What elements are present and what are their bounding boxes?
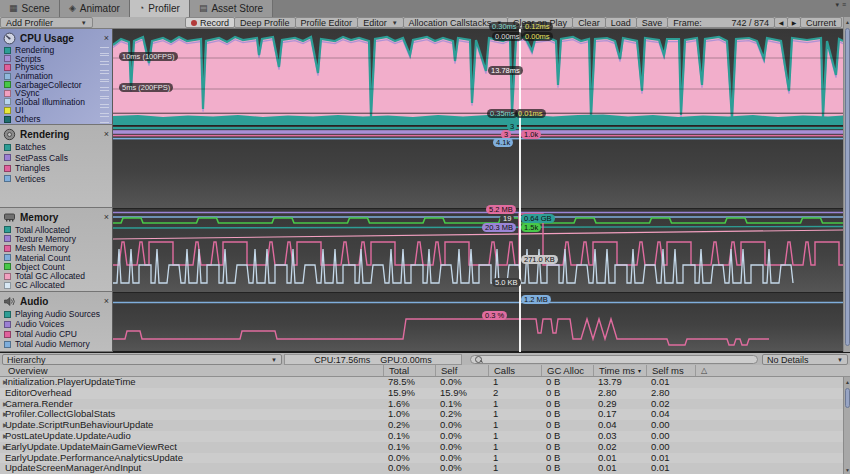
search-field[interactable]: [470, 355, 758, 364]
column-total[interactable]: Total: [383, 365, 435, 376]
editor-dropdown[interactable]: Editor ▼: [357, 17, 403, 28]
table-row[interactable]: EditorOverhead 15.9%15.9%20 B2.802.80: [0, 388, 850, 399]
table-scrollbar[interactable]: ▲ ▼: [843, 377, 850, 474]
chevron-down-icon: ▼: [392, 20, 398, 26]
table-row[interactable]: ▶Camera.Render 1.6%0.1%10 B0.290.02: [0, 399, 850, 410]
tab-profiler[interactable]: ◔ Profiler: [130, 0, 190, 17]
selected-frame-line[interactable]: [519, 29, 521, 352]
column-self[interactable]: Self: [435, 365, 488, 376]
legend-item[interactable]: GC Allocated: [4, 281, 112, 290]
drag-handle-icon[interactable]: [100, 90, 109, 97]
record-button[interactable]: Record: [185, 17, 235, 28]
view-mode-dropdown[interactable]: Hierarchy ▼: [2, 354, 282, 365]
legend-item[interactable]: Others: [4, 115, 112, 124]
legend-item[interactable]: Batches: [4, 142, 112, 153]
drag-handle-icon[interactable]: [100, 47, 109, 54]
color-swatch: [4, 107, 11, 114]
table-row[interactable]: EarlyUpdate.PerformanceAnalyticsUpdate 0…: [0, 453, 850, 464]
column-gc-alloc[interactable]: GC Alloc: [541, 365, 593, 376]
expand-arrow-icon[interactable]: ▶: [3, 377, 8, 388]
details-dropdown[interactable]: No Details ▼: [762, 354, 848, 365]
expand-arrow-icon[interactable]: ▶: [3, 420, 8, 431]
column-time-ms[interactable]: Time ms▾: [593, 365, 646, 376]
drag-handle-icon[interactable]: [100, 64, 109, 71]
scrollbar-thumb[interactable]: [845, 28, 850, 346]
legend-item[interactable]: SetPass Calls: [4, 153, 112, 164]
legend-item[interactable]: Audio Voices: [4, 319, 112, 329]
scrollbar-thumb[interactable]: [845, 388, 850, 408]
tab-asset-store[interactable]: ▤ Asset Store: [190, 0, 273, 17]
prev-frame-button[interactable]: ◀: [774, 17, 788, 28]
expand-arrow-icon[interactable]: ▶: [3, 409, 8, 420]
rendering-module[interactable]: Rendering × Batches SetPass Calls Triang…: [0, 125, 113, 208]
rendering-chart[interactable]: [113, 125, 843, 208]
audio-chart[interactable]: [113, 292, 843, 352]
clear-button[interactable]: Clear: [572, 17, 606, 28]
legend-item[interactable]: Vertices: [4, 174, 112, 185]
table-row[interactable]: ▶Initialization.PlayerUpdateTime 78.5%0.…: [0, 377, 850, 388]
column-calls[interactable]: Calls: [488, 365, 541, 376]
profiler-toolbar: Add Profiler ▼ Record Deep Profile Profi…: [0, 17, 850, 29]
deep-profile-button[interactable]: Deep Profile: [234, 17, 296, 28]
legend-item[interactable]: Material Count: [4, 253, 112, 262]
close-icon[interactable]: ×: [104, 297, 109, 306]
legend-item[interactable]: Total Audio Memory: [4, 339, 112, 349]
add-profiler-dropdown[interactable]: Add Profiler ▼: [0, 17, 93, 28]
close-icon[interactable]: ×: [104, 130, 109, 139]
window-menu-icon[interactable]: ▾: [835, 1, 839, 9]
legend-item[interactable]: Playing Audio Sources: [4, 309, 112, 319]
next-frame-button[interactable]: ▶: [787, 17, 801, 28]
expand-arrow-icon[interactable]: ▶: [3, 431, 8, 442]
memory-chart[interactable]: [113, 208, 843, 292]
column-self-ms[interactable]: Self ms: [646, 365, 695, 376]
drag-handle-icon[interactable]: [100, 73, 109, 80]
close-icon[interactable]: ×: [104, 34, 109, 43]
table-row[interactable]: ▶PostLateUpdate.UpdateAudio 0.1%0.0%10 B…: [0, 431, 850, 442]
table-row[interactable]: UpdateScreenManagerAndInput 0.0%0.0%10 B…: [0, 463, 850, 474]
scroll-up-icon[interactable]: ▲: [844, 19, 850, 25]
charts-scrollbar[interactable]: ▲: [843, 17, 850, 352]
cpu-chart-graphic: [113, 29, 843, 125]
memory-legend: Total Allocated Texture Memory Mesh Memo…: [0, 224, 112, 290]
memory-module[interactable]: Memory × Total Allocated Texture Memory …: [0, 208, 113, 292]
save-button[interactable]: Save: [636, 17, 669, 28]
legend-item[interactable]: Total Audio CPU: [4, 329, 112, 339]
drag-handle-icon[interactable]: [100, 81, 109, 88]
legend-item[interactable]: Total Allocated: [4, 225, 112, 234]
memory-value-label: 271.0 KB: [521, 255, 558, 264]
legend-item[interactable]: Texture Memory: [4, 234, 112, 243]
legend-item[interactable]: Total GC Allocated: [4, 271, 112, 280]
window-list-icon[interactable]: ≡: [842, 1, 846, 8]
column-overview[interactable]: Overview: [0, 365, 383, 376]
drag-handle-icon[interactable]: [100, 107, 109, 114]
drag-handle-icon[interactable]: [100, 116, 109, 123]
scroll-down-icon[interactable]: ▼: [844, 467, 850, 473]
column-warning[interactable]: △: [695, 365, 850, 376]
search-input[interactable]: [482, 356, 753, 364]
legend-item[interactable]: Triangles: [4, 163, 112, 174]
animator-icon: ◈: [69, 4, 76, 13]
scroll-up-icon[interactable]: ▲: [844, 379, 850, 385]
cpu-usage-module[interactable]: CPU Usage × Rendering Scripts Physics An…: [0, 29, 113, 125]
drag-handle-icon[interactable]: [100, 98, 109, 105]
audio-module[interactable]: Audio × Playing Audio Sources Audio Voic…: [0, 292, 113, 352]
memory-value-label: 0.64 GB: [521, 214, 555, 223]
table-row[interactable]: ▶EarlyUpdate.UpdateMainGameViewRect 0.1%…: [0, 442, 850, 453]
expand-arrow-icon[interactable]: ▶: [3, 442, 8, 453]
drag-handle-icon[interactable]: [100, 55, 109, 62]
current-frame-button[interactable]: Current: [800, 17, 842, 28]
expand-arrow-icon[interactable]: ▶: [3, 399, 8, 410]
cpu-usage-chart[interactable]: [113, 29, 843, 125]
color-swatch: [4, 273, 11, 280]
table-row[interactable]: ▶Profiler.CollectGlobalStats 1.0%0.2%10 …: [0, 409, 850, 420]
tab-scene[interactable]: ▦ Scene: [0, 0, 60, 17]
profile-editor-button[interactable]: Profile Editor: [295, 17, 359, 28]
legend-item[interactable]: Mesh Memory: [4, 244, 112, 253]
module-header: Rendering ×: [0, 125, 112, 141]
tab-animator[interactable]: ◈ Animator: [60, 0, 130, 17]
table-row[interactable]: ▶Update.ScriptRunBehaviourUpdate 0.2%0.0…: [0, 420, 850, 431]
module-header: Memory ×: [0, 208, 112, 224]
legend-item[interactable]: Object Count: [4, 262, 112, 271]
close-icon[interactable]: ×: [104, 213, 109, 222]
load-button[interactable]: Load: [605, 17, 637, 28]
